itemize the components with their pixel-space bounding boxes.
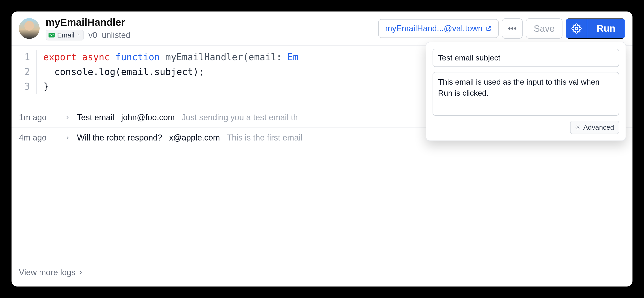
- log-time: 1m ago: [19, 113, 58, 122]
- view-more-label: View more logs: [19, 268, 75, 277]
- log-preview: This is the first email: [227, 133, 302, 143]
- chevron-right-icon: [65, 115, 70, 120]
- code-content: export async function myEmailHandler(ema…: [37, 50, 298, 94]
- avatar[interactable]: [19, 18, 40, 39]
- code-line: console.log(email.subject);: [43, 64, 298, 79]
- meta-row: Email ⇅ v0 unlisted: [46, 30, 372, 40]
- log-preview: Just sending you a test email th: [182, 113, 298, 122]
- val-title: myEmailHandler: [46, 16, 372, 28]
- run-settings-button[interactable]: [566, 18, 587, 39]
- line-number: 1: [12, 50, 30, 64]
- log-from: john@foo.com: [121, 113, 175, 122]
- svg-rect-0: [48, 33, 55, 37]
- code-line: export async function myEmailHandler(ema…: [43, 50, 298, 64]
- email-icon: [48, 33, 55, 37]
- svg-point-2: [577, 127, 578, 128]
- email-address-text: myEmailHand...@val.town: [385, 24, 482, 33]
- chevron-right-icon: [65, 135, 70, 140]
- version-label: v0: [88, 30, 97, 40]
- chevron-right-icon: [78, 270, 83, 275]
- svg-point-1: [575, 27, 578, 30]
- more-button[interactable]: •••: [502, 18, 522, 39]
- log-subject: Will the robot respond?: [77, 133, 162, 143]
- advanced-row: Advanced: [432, 121, 619, 134]
- gear-icon: [575, 125, 581, 130]
- code-line: }: [43, 79, 298, 94]
- view-more-logs[interactable]: View more logs: [12, 261, 632, 287]
- log-time: 4m ago: [19, 133, 58, 143]
- line-gutter: 1 2 3: [12, 50, 37, 94]
- save-button[interactable]: Save: [526, 18, 562, 39]
- title-block: myEmailHandler Email ⇅ v0 unlisted: [46, 16, 372, 40]
- updown-icon: ⇅: [77, 33, 80, 38]
- header: myEmailHandler Email ⇅ v0 unlisted myEma…: [12, 11, 632, 45]
- badge-label: Email: [57, 31, 74, 39]
- email-address-pill[interactable]: myEmailHand...@val.town: [378, 19, 499, 38]
- run-settings-popover: This email is used as the input to this …: [426, 42, 626, 141]
- gear-icon: [572, 23, 582, 34]
- log-from: x@apple.com: [169, 133, 220, 143]
- visibility-label: unlisted: [102, 30, 130, 40]
- type-badge[interactable]: Email ⇅: [46, 30, 84, 40]
- val-card: myEmailHandler Email ⇅ v0 unlisted myEma…: [12, 11, 632, 287]
- advanced-button[interactable]: Advanced: [570, 121, 619, 134]
- dots-icon: •••: [508, 24, 517, 33]
- test-body-textarea[interactable]: This email is used as the input to this …: [432, 72, 619, 116]
- line-number: 2: [12, 64, 30, 79]
- run-button[interactable]: Run: [587, 18, 625, 39]
- run-group: Run: [566, 18, 625, 39]
- test-subject-input[interactable]: [432, 49, 619, 67]
- line-number: 3: [12, 79, 30, 94]
- external-link-icon: [486, 25, 492, 31]
- log-subject: Test email: [77, 113, 114, 122]
- actions: myEmailHand...@val.town ••• Save Run: [378, 18, 625, 39]
- advanced-label: Advanced: [584, 124, 614, 131]
